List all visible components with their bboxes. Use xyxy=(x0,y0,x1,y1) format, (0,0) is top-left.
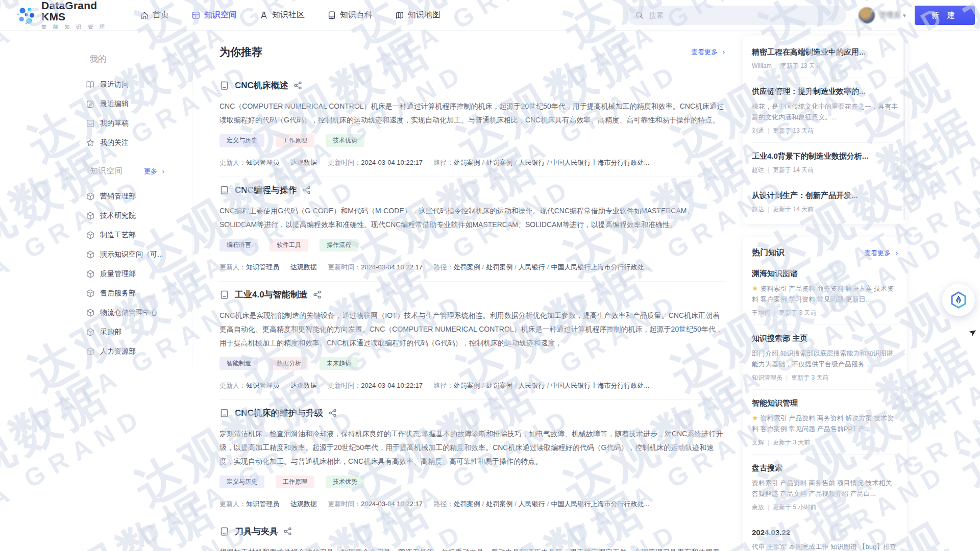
tag-技术优势[interactable]: 技术优势 xyxy=(326,134,364,147)
document-icon xyxy=(219,527,230,537)
card-updated-time: 2024-03-04 10:22:17 xyxy=(361,159,423,166)
nav-item-首页[interactable]: 首页 xyxy=(140,10,169,20)
card-title[interactable]: CNC编程与操作 xyxy=(235,184,297,196)
hot-item-title[interactable]: 智能知识管理 xyxy=(752,398,898,408)
hot-more-link[interactable]: 查看更多 › xyxy=(864,248,898,258)
recommended-article-item[interactable]: 供应链管理：提升制造业效率的... 桃花，是中国传统文化中的重要花卉之一，具有丰… xyxy=(752,78,898,143)
hot-knowledge-item[interactable]: 盘古搜索 资料索引 产品资料 商务售前 项目情况 技术相关 答疑解惑 产品文档 … xyxy=(752,455,898,519)
breadcrumb-segment[interactable]: 处罚案例 xyxy=(486,159,512,166)
breadcrumb-segment[interactable]: 处罚案例 xyxy=(454,263,480,271)
tag-未来趋势[interactable]: 未来趋势 xyxy=(320,357,358,370)
ai-assistant-button[interactable] xyxy=(942,284,975,316)
hot-knowledge-item[interactable]: 知识搜索部 主页 部门介绍 知识搜索部以底层搜索能力和知识图谱能力为基础，不仅提… xyxy=(752,325,898,390)
sidebar-item-制造工艺部[interactable]: 制造工艺部 xyxy=(86,226,192,245)
tag-软件工具[interactable]: 软件工具 xyxy=(270,239,308,252)
card-updater: 知识管理员 xyxy=(246,500,279,508)
sidebar-item-最近访问[interactable]: 最近访问 xyxy=(86,75,192,94)
share-icon[interactable] xyxy=(313,290,322,299)
breadcrumb-segment[interactable]: 中国人民银行上海市分行行政处... xyxy=(551,263,649,271)
card-title[interactable]: CNC机床的维护与升级 xyxy=(235,407,323,419)
search-input[interactable] xyxy=(649,11,838,19)
sidebar-item-最近编辑[interactable]: 最近编辑 xyxy=(86,94,192,114)
hot-item-title[interactable]: 知识搜索部 主页 xyxy=(752,334,898,343)
breadcrumb-segment[interactable]: 处罚案例 xyxy=(454,159,480,166)
article-title[interactable]: 从设计到生产：创新产品开发... xyxy=(752,191,898,201)
card-title[interactable]: CNC机床概述 xyxy=(235,80,288,91)
breadcrumb-segment[interactable]: 中国人民银行上海市分行行政处... xyxy=(551,159,649,166)
article-title[interactable]: 工业4.0背景下的制造业数据分析... xyxy=(752,152,898,161)
recommended-articles-list: 精密工程在高端制造业中的应用... William|更新于 13 天前 供应链管… xyxy=(752,39,898,221)
sidebar-item-我的草稿[interactable]: 我的草稿 xyxy=(86,114,192,133)
nav-item-知识地图[interactable]: 知识地图 xyxy=(395,10,440,20)
article-title[interactable]: 精密工程在高端制造业中的应用... xyxy=(752,47,898,57)
breadcrumb-segment[interactable]: 中国人民银行上海市分行行政处... xyxy=(551,382,649,389)
space-section-list: 营销管理部 技术研究院 制造工艺部 演示知识空间（可... 质量管理部 售后服务… xyxy=(86,187,192,361)
scrollbar[interactable] xyxy=(903,40,905,220)
my-section-header: 我的 xyxy=(90,54,192,65)
share-icon[interactable] xyxy=(293,81,302,90)
hot-knowledge-item[interactable]: 智能知识管理 ★资料索引 产品资料 商务资料 解决方案 技术资料 客户案例 常见… xyxy=(752,390,898,455)
avatar[interactable] xyxy=(859,7,875,23)
nav-item-知识空间[interactable]: 知识空间 xyxy=(191,10,237,20)
recommended-article-item[interactable]: 从设计到生产：创新产品开发... 赵达|更新于 14 天前 xyxy=(752,182,898,221)
breadcrumb-segment[interactable]: 处罚案例 xyxy=(486,500,512,508)
space-more-link[interactable]: 更多 › xyxy=(144,167,164,176)
recommended-article-item[interactable]: 精密工程在高端制造业中的应用... William|更新于 13 天前 xyxy=(752,39,898,78)
tag-数据分析[interactable]: 数据分析 xyxy=(270,357,308,370)
sidebar-item-人力资源部[interactable]: 人力资源部 xyxy=(86,342,192,361)
user-name: 管理员 xyxy=(879,11,900,20)
sidebar-item-我的关注[interactable]: 我的关注 xyxy=(86,133,192,153)
sidebar-item-技术研究院[interactable]: 技术研究院 xyxy=(86,206,192,226)
tag-操作流程[interactable]: 操作流程 xyxy=(320,239,358,252)
breadcrumb-segment[interactable]: 人民银行 xyxy=(519,159,545,166)
breadcrumb-segment[interactable]: 人民银行 xyxy=(519,263,545,271)
hot-item-title[interactable]: 渊海知识图谱 xyxy=(752,269,898,279)
logo-subtitle: 智 能 知 识 管 理 xyxy=(41,23,118,31)
breadcrumb-segment[interactable]: 人民银行 xyxy=(519,382,545,389)
tag-工作原理[interactable]: 工作原理 xyxy=(276,134,314,147)
breadcrumb-segment[interactable]: 处罚案例 xyxy=(454,500,480,508)
share-icon[interactable] xyxy=(302,186,311,194)
sidebar-item-演示知识空间（可...[interactable]: 演示知识空间（可... xyxy=(86,245,192,264)
article-title[interactable]: 供应链管理：提升制造业效率的... xyxy=(752,87,898,96)
sidebar-item-质量管理部[interactable]: 质量管理部 xyxy=(86,264,192,284)
hot-knowledge-header: 热门知识 查看更多 › xyxy=(752,240,898,260)
tag-技术优势[interactable]: 技术优势 xyxy=(326,475,364,488)
card-updater: 知识管理员 xyxy=(246,382,279,389)
chevron-down-icon[interactable]: ▾ xyxy=(903,12,906,19)
recommended-article-item[interactable]: 工业4.0背景下的制造业数据分析... 赵达|更新于 14 天前 xyxy=(752,143,898,182)
sidebar-item-采购部[interactable]: 采购部 xyxy=(86,322,192,342)
hot-item-title[interactable]: 2024.03.22 xyxy=(752,528,898,537)
tag-定义与历史[interactable]: 定义与历史 xyxy=(219,475,264,488)
breadcrumb-segment[interactable]: 中国人民银行上海市分行行政处... xyxy=(551,500,649,508)
tag-定义与历史[interactable]: 定义与历史 xyxy=(219,134,264,147)
new-button[interactable]: 新 建 xyxy=(915,6,975,25)
tag-编程语言[interactable]: 编程语言 xyxy=(219,239,258,252)
breadcrumb-segment[interactable]: 处罚案例 xyxy=(486,382,512,389)
share-icon[interactable] xyxy=(283,527,292,536)
sidebar-item-物流仓储管理中心[interactable]: 物流仓储管理中心 xyxy=(86,303,192,322)
nav-item-知识百科[interactable]: 知识百科 xyxy=(327,10,373,20)
card-updated-time: 2024-03-04 10:22:17 xyxy=(361,500,423,508)
hot-knowledge-item[interactable]: 2024.03.22 代申 王军军 本周完成工作 知识图谱 【bug】排查并解决… xyxy=(752,519,898,551)
sidebar-item-营销管理部[interactable]: 营销管理部 xyxy=(86,187,192,206)
app-logo[interactable]: DataGrand KMS 智 能 知 识 管 理 xyxy=(16,0,118,31)
grid-icon xyxy=(191,11,201,20)
hot-knowledge-item[interactable]: 渊海知识图谱 ★资料索引 产品资料 商务资料 解决方案 技术资料 客户案例 学习… xyxy=(752,260,898,325)
breadcrumb-segment[interactable]: 处罚案例 xyxy=(454,382,480,389)
hot-item-title[interactable]: 盘古搜索 xyxy=(752,463,898,473)
see-more-link[interactable]: 查看更多 › xyxy=(691,47,725,57)
breadcrumb-segment[interactable]: 处罚案例 xyxy=(486,263,512,271)
share-icon[interactable] xyxy=(328,409,337,417)
card-title[interactable]: 工业4.0与智能制造 xyxy=(235,289,308,300)
sidebar-item-售后服务部[interactable]: 售后服务部 xyxy=(86,284,192,303)
tag-智能制造[interactable]: 智能制造 xyxy=(219,357,258,370)
document-icon xyxy=(219,81,230,91)
mouse-cursor xyxy=(968,329,976,337)
search-box[interactable] xyxy=(627,6,846,25)
card-title[interactable]: 刀具与夹具 xyxy=(235,525,278,537)
user-menu[interactable]: 管理员 ▾ xyxy=(859,7,906,23)
tag-工作原理[interactable]: 工作原理 xyxy=(276,475,314,488)
nav-item-知识社区[interactable]: 知识社区 xyxy=(259,10,305,20)
breadcrumb-segment[interactable]: 人民银行 xyxy=(519,500,545,508)
